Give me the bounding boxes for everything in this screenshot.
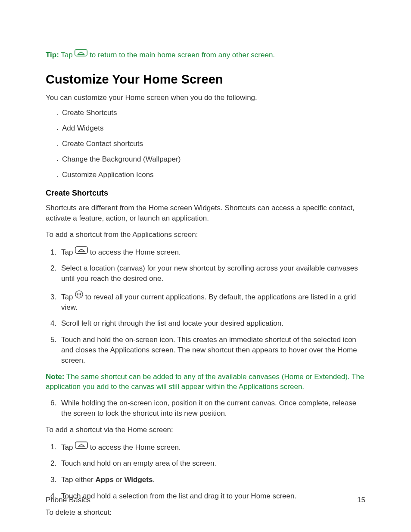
step-item: Tap to reveal all your current applicati… <box>59 290 365 312</box>
tip-text-before: Tap <box>59 51 75 59</box>
home-key-icon <box>75 442 88 452</box>
svg-point-9 <box>79 294 80 295</box>
list-item: Create Contact shortcuts <box>62 140 365 148</box>
widgets-label: Widgets <box>124 476 153 484</box>
page-title: Customize Your Home Screen <box>46 72 365 87</box>
home-key-icon <box>75 49 87 59</box>
list-item: Customize Application Icons <box>62 171 365 179</box>
step-text-before: Tap <box>61 248 75 256</box>
svg-point-7 <box>80 293 81 294</box>
svg-point-11 <box>77 296 78 296</box>
list-item: Create Shortcuts <box>62 109 365 117</box>
tip-label: Tip: <box>46 51 59 59</box>
step-text: Tap either <box>61 476 95 484</box>
step-item: Tap to access the Home screen. <box>59 246 365 258</box>
step-item: Touch and hold on an empty area of the s… <box>59 458 365 469</box>
list-item: Change the Background (Wallpaper) <box>62 155 365 164</box>
note-block: Note: The same shortcut can be added to … <box>46 372 365 392</box>
procedure-lead: To add a shortcut from the Applications … <box>46 230 365 240</box>
step-item: While holding the on-screen icon, positi… <box>59 398 365 419</box>
section-heading: Create Shortcuts <box>46 189 365 198</box>
procedure-list-1b: While holding the on-screen icon, positi… <box>46 398 365 419</box>
step-item: Touch and hold the on-screen icon. This … <box>59 335 365 365</box>
footer-page-number: 15 <box>357 496 365 504</box>
svg-point-13 <box>80 296 81 296</box>
svg-point-8 <box>77 294 78 295</box>
svg-rect-0 <box>75 50 87 56</box>
step-text-after: to reveal all your current applications.… <box>61 293 356 311</box>
svg-point-6 <box>79 293 80 294</box>
step-item: Select a location (canvas) for your new … <box>59 263 365 284</box>
customize-options-list: Create Shortcuts Add Widgets Create Cont… <box>46 109 365 179</box>
tip-text-after: to return to the main home screen from a… <box>87 51 275 59</box>
step-item: Tap to access the Home screen. <box>59 441 365 453</box>
step-text-before: Tap <box>61 443 75 451</box>
step-text: or <box>114 476 125 484</box>
intro-paragraph: You can customize your Home screen when … <box>46 93 365 103</box>
apps-label: Apps <box>95 476 114 484</box>
apps-grid-icon <box>75 290 83 302</box>
step-text-after: to access the Home screen. <box>88 248 181 256</box>
procedure-lead: To add a shortcut via the Home screen: <box>46 425 365 435</box>
step-text: . <box>153 476 155 484</box>
shortcuts-description: Shortcuts are different from the Home sc… <box>46 203 365 224</box>
svg-point-10 <box>80 294 81 295</box>
list-item: Add Widgets <box>62 124 365 133</box>
note-text: The same shortcut can be added to any of… <box>46 373 364 391</box>
home-key-icon <box>75 246 88 257</box>
procedure-lead: To delete a shortcut: <box>46 507 365 518</box>
step-text-after: to access the Home screen. <box>88 443 181 451</box>
svg-rect-14 <box>75 442 88 448</box>
document-page: Tip: Tap to return to the main home scre… <box>0 0 411 532</box>
procedure-list-1a: Tap to access the Home screen. Select a … <box>46 246 365 366</box>
procedure-list-2: Tap to access the Home screen. Touch and… <box>46 441 365 501</box>
page-footer: Phone Basics 15 <box>46 496 365 504</box>
step-item: Scroll left or right through the list an… <box>59 318 365 329</box>
svg-point-12 <box>79 296 80 296</box>
svg-point-5 <box>77 293 78 294</box>
svg-rect-2 <box>75 246 88 253</box>
footer-left: Phone Basics <box>46 496 90 504</box>
tip-note: Tip: Tap to return to the main home scre… <box>46 49 365 60</box>
step-item: Tap either Apps or Widgets. <box>59 475 365 485</box>
note-label: Note: <box>46 373 64 381</box>
step-text-before: Tap <box>61 293 75 301</box>
